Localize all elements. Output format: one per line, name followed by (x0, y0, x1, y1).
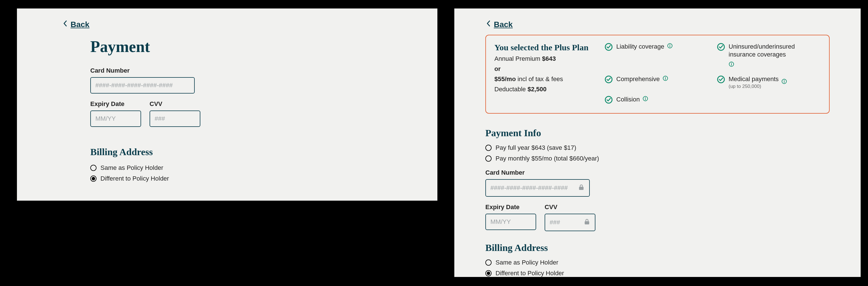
back-label: Back (70, 20, 89, 29)
card-number-label: Card Number (90, 67, 437, 74)
coverage-uninsured: Uninsured/underinsured insurance coverag… (717, 43, 820, 69)
expiry-label: Expiry Date (90, 100, 141, 108)
info-icon[interactable] (728, 61, 734, 69)
back-button[interactable]: Back (454, 8, 861, 29)
radio-unchecked-icon (485, 259, 492, 266)
billing-diff-label: Different to Policy Holder (100, 175, 169, 182)
or-label: or (494, 65, 596, 73)
card-number-input[interactable]: ####-####-####-####-#### (90, 77, 195, 93)
check-circle-icon (604, 75, 613, 85)
monthly-premium: $55/mo incl of tax & fees (494, 76, 596, 83)
check-circle-icon (717, 75, 725, 85)
coverage-medical: Medical payments (up to 250,000) (717, 75, 820, 90)
annual-premium: Annual Premium $643 (494, 55, 596, 62)
billing-same-radio[interactable]: Same as Policy Holder (485, 259, 830, 266)
chevron-left-icon (485, 20, 492, 29)
radio-checked-icon (485, 270, 492, 277)
info-icon[interactable] (667, 43, 673, 51)
lock-icon (584, 218, 590, 227)
cvv-placeholder: ### (155, 115, 165, 122)
card-number-placeholder: ####-####-####-####-#### (95, 82, 173, 89)
cvv-label: CVV (150, 100, 200, 108)
payment-info-title: Payment Info (485, 128, 830, 139)
plan-title: You selected the Plus Plan (494, 43, 596, 52)
page-title: Payment (90, 37, 437, 56)
expiry-placeholder: MM/YY (95, 115, 116, 122)
pay-full-year-radio[interactable]: Pay full year $643 (save $17) (485, 144, 830, 151)
cvv-input[interactable]: ### (150, 111, 200, 127)
billing-same-radio[interactable]: Same as Policy Holder (90, 164, 437, 172)
check-circle-icon (604, 95, 613, 106)
payment-screen-simple: Back Payment Card Number ####-####-####-… (17, 8, 437, 201)
billing-title: Billing Address (485, 242, 830, 253)
billing-diff-radio[interactable]: Different to Policy Holder (485, 269, 830, 277)
back-button[interactable]: Back (17, 8, 437, 29)
info-icon[interactable] (781, 78, 787, 86)
chevron-left-icon (62, 20, 68, 29)
coverage-liability: Liability coverage (604, 43, 708, 69)
expiry-label: Expiry Date (485, 203, 536, 211)
check-circle-icon (717, 43, 725, 53)
pay-monthly-label: Pay monthly $55/mo (total $660/year) (496, 155, 599, 162)
radio-unchecked-icon (485, 145, 492, 151)
info-icon[interactable] (643, 95, 648, 104)
cvv-input[interactable]: ### (545, 213, 595, 231)
billing-same-label: Same as Policy Holder (100, 164, 163, 172)
coverage-collision: Collision (604, 95, 708, 106)
billing-diff-label: Different to Policy Holder (496, 269, 564, 277)
expiry-input[interactable]: MM/YY (485, 213, 536, 230)
cvv-placeholder: ### (550, 219, 560, 226)
radio-unchecked-icon (485, 155, 492, 162)
expiry-input[interactable]: MM/YY (90, 111, 141, 127)
expiry-placeholder: MM/YY (490, 218, 511, 226)
pay-full-label: Pay full year $643 (save $17) (496, 144, 576, 151)
billing-title: Billing Address (90, 147, 437, 158)
billing-diff-radio[interactable]: Different to Policy Holder (90, 175, 437, 182)
deductible: Deductable $2,500 (494, 86, 596, 93)
radio-unchecked-icon (90, 165, 96, 171)
card-number-input[interactable]: ####-####-####-####-#### (485, 179, 590, 197)
radio-checked-icon (90, 175, 96, 182)
cvv-label: CVV (545, 203, 595, 211)
lock-icon (578, 184, 585, 192)
card-number-label: Card Number (485, 169, 830, 176)
check-circle-icon (604, 43, 613, 53)
billing-same-label: Same as Policy Holder (496, 259, 558, 266)
card-number-placeholder: ####-####-####-####-#### (490, 184, 568, 192)
plan-summary-box: You selected the Plus Plan Annual Premiu… (485, 35, 830, 114)
back-label: Back (494, 20, 513, 29)
info-icon[interactable] (662, 75, 668, 83)
pay-monthly-radio[interactable]: Pay monthly $55/mo (total $660/year) (485, 155, 830, 162)
payment-screen-full: Back You selected the Plus Plan Annual P… (454, 8, 861, 277)
coverage-comprehensive: Comprehensive (604, 75, 708, 90)
